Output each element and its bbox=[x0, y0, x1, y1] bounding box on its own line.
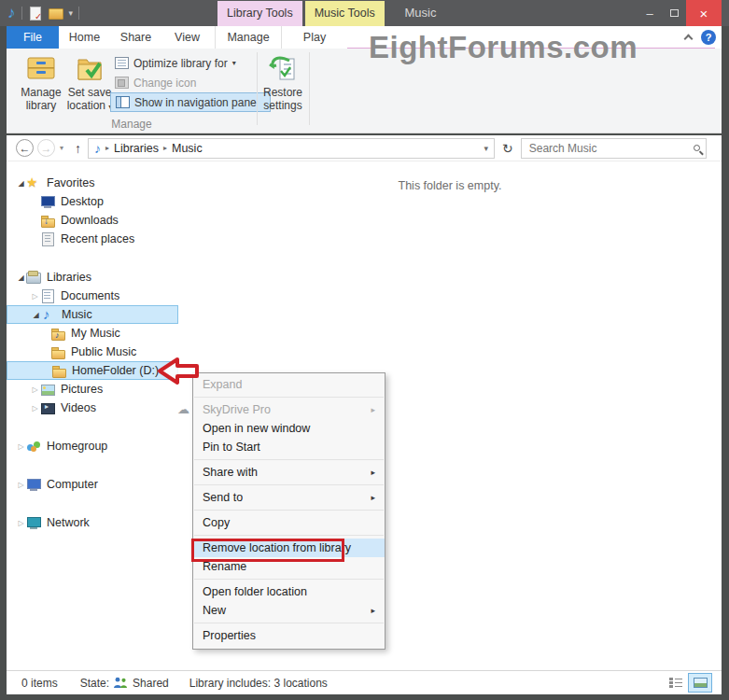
menu-item-copy[interactable]: Copy bbox=[193, 513, 385, 532]
libraries-icon bbox=[26, 270, 41, 285]
optimize-library-icon bbox=[115, 57, 129, 69]
sidebar-item-network[interactable]: ▷Network bbox=[7, 513, 178, 532]
sidebar-item-computer[interactable]: ▷Computer bbox=[7, 475, 178, 494]
menu-item-label: Open in new window bbox=[203, 422, 310, 435]
back-button[interactable]: ← bbox=[16, 139, 34, 157]
tab-home[interactable]: Home bbox=[59, 26, 110, 49]
sidebar-item-desktop[interactable]: Desktop bbox=[7, 192, 178, 211]
downloads-icon: ↓ bbox=[40, 213, 55, 228]
sidebar-item-videos[interactable]: ▷Videos bbox=[7, 399, 178, 417]
tab-play[interactable]: Play bbox=[282, 26, 347, 49]
details-view-icon[interactable] bbox=[669, 677, 682, 689]
menu-item-label: Open folder location bbox=[203, 585, 307, 598]
help-icon[interactable]: ? bbox=[701, 30, 716, 45]
view-toggles bbox=[669, 673, 712, 693]
computer-icon bbox=[26, 477, 41, 492]
breadcrumb-music[interactable]: Music bbox=[172, 142, 203, 155]
tree-expander-icon[interactable]: ▷ bbox=[30, 385, 40, 394]
menu-item-pin-to-start[interactable]: Pin to Start bbox=[193, 438, 385, 456]
tab-file[interactable]: File bbox=[7, 26, 59, 49]
submenu-arrow-icon: ▸ bbox=[371, 468, 375, 477]
menu-item-open-folder-location[interactable]: Open folder location bbox=[193, 582, 385, 601]
restore-settings-icon bbox=[269, 53, 297, 83]
pictures-icon bbox=[40, 382, 55, 397]
breadcrumb[interactable]: ♪ ▸ Libraries ▸ Music ▾ bbox=[88, 138, 495, 159]
sidebar-item-label: Homegroup bbox=[47, 440, 107, 453]
sidebar-item-favorites[interactable]: ◢Favorites bbox=[7, 174, 178, 192]
change-icon-icon bbox=[115, 77, 129, 89]
window-frame bbox=[0, 694, 729, 700]
state-value: Shared bbox=[133, 677, 169, 690]
close-button[interactable]: × bbox=[686, 0, 722, 26]
menu-item-label: Rename bbox=[203, 560, 246, 573]
menu-separator bbox=[194, 397, 384, 398]
tree-expander-icon[interactable]: ▷ bbox=[16, 442, 26, 451]
optimize-library-button[interactable]: Optimize library for ▾ bbox=[110, 53, 271, 73]
homegroup-icon bbox=[26, 439, 41, 454]
menu-item-label: Share with bbox=[203, 466, 258, 479]
breadcrumb-arrow-icon: ▸ bbox=[105, 144, 109, 152]
tree-expander-icon[interactable]: ◢ bbox=[16, 273, 26, 282]
up-button[interactable]: ↑ bbox=[75, 141, 81, 156]
sidebar-item-my-music[interactable]: ♪My Music bbox=[7, 324, 178, 343]
sidebar-item-music[interactable]: ◢Music bbox=[7, 305, 178, 324]
sidebar-item-pictures[interactable]: ▷Pictures bbox=[7, 380, 178, 399]
tree-expander-icon[interactable]: ▷ bbox=[30, 404, 40, 413]
new-folder-icon[interactable] bbox=[49, 8, 63, 20]
sidebar-item-libraries[interactable]: ◢Libraries bbox=[7, 268, 178, 287]
menu-separator bbox=[194, 484, 384, 485]
nav-spacer bbox=[7, 417, 178, 437]
search-box[interactable] bbox=[521, 138, 707, 159]
minimize-button[interactable]: – bbox=[638, 0, 662, 26]
menu-item-open-in-new-window[interactable]: Open in new window bbox=[193, 419, 385, 438]
qat-customize-caret-icon[interactable]: ▾ bbox=[69, 8, 74, 18]
quick-access-toolbar: ♪ ▾ bbox=[7, 4, 79, 22]
ribbon-group-label: Manage bbox=[7, 118, 257, 131]
tree-expander-icon[interactable]: ◢ bbox=[31, 311, 41, 319]
tree-expander-icon[interactable]: ▷ bbox=[16, 519, 26, 527]
tree-expander-icon[interactable]: ▷ bbox=[16, 481, 26, 489]
show-in-navigation-pane-button[interactable]: Show in navigation pane bbox=[110, 92, 271, 112]
sidebar-item-homefolder-d-[interactable]: HomeFolder (D:) bbox=[7, 361, 178, 380]
watermark-text: EightForums.com bbox=[369, 30, 638, 65]
sidebar-item-public-music[interactable]: Public Music bbox=[7, 343, 178, 361]
nav-spacer bbox=[7, 455, 178, 475]
collapse-ribbon-icon[interactable] bbox=[684, 35, 694, 44]
search-input[interactable] bbox=[527, 141, 694, 156]
breadcrumb-arrow-icon: ▸ bbox=[163, 144, 167, 152]
sidebar-item-label: Recent places bbox=[61, 232, 134, 245]
address-dropdown-caret-icon[interactable]: ▾ bbox=[484, 144, 488, 153]
tab-share[interactable]: Share bbox=[110, 26, 161, 49]
folder-icon bbox=[50, 344, 65, 359]
restore-settings-button[interactable]: Restoresettings bbox=[260, 51, 305, 130]
ribbon-group-separator bbox=[257, 52, 258, 125]
properties-icon[interactable] bbox=[30, 7, 41, 21]
thumbnail-view-button-selected[interactable] bbox=[688, 673, 712, 693]
maximize-button[interactable] bbox=[662, 0, 686, 26]
sidebar-item-label: My Music bbox=[71, 327, 120, 340]
sidebar-item-documents[interactable]: ▷Documents bbox=[7, 287, 178, 305]
menu-item-send-to[interactable]: Send to▸ bbox=[193, 488, 385, 507]
breadcrumb-libraries[interactable]: Libraries bbox=[114, 142, 159, 155]
menu-separator bbox=[194, 579, 384, 580]
tree-expander-icon[interactable]: ▷ bbox=[30, 292, 40, 301]
tab-view[interactable]: View bbox=[161, 26, 213, 49]
recent-locations-caret-icon[interactable]: ▾ bbox=[60, 144, 63, 152]
menu-separator bbox=[194, 510, 384, 511]
tree-expander-icon[interactable]: ◢ bbox=[16, 179, 26, 188]
refresh-icon[interactable]: ↻ bbox=[502, 141, 513, 156]
menu-item-properties[interactable]: Properties bbox=[193, 626, 385, 645]
sidebar-item-recent-places[interactable]: Recent places bbox=[7, 230, 178, 248]
menu-separator bbox=[194, 623, 384, 623]
network-icon bbox=[26, 515, 41, 530]
menu-separator bbox=[194, 535, 384, 536]
sidebar-item-label: Downloads bbox=[61, 214, 119, 227]
sidebar-item-label: Videos bbox=[61, 401, 96, 414]
sidebar-item-downloads[interactable]: ↓Downloads bbox=[7, 211, 178, 230]
tab-manage[interactable]: Manage bbox=[215, 26, 282, 49]
menu-item-new[interactable]: New▸ bbox=[193, 601, 385, 620]
sidebar-item-label: HomeFolder (D:) bbox=[72, 364, 159, 377]
sidebar-item-homegroup[interactable]: ▷Homegroup bbox=[7, 437, 178, 455]
menu-item-share-with[interactable]: Share with▸ bbox=[193, 463, 385, 482]
sidebar-item-label: Network bbox=[47, 516, 90, 529]
